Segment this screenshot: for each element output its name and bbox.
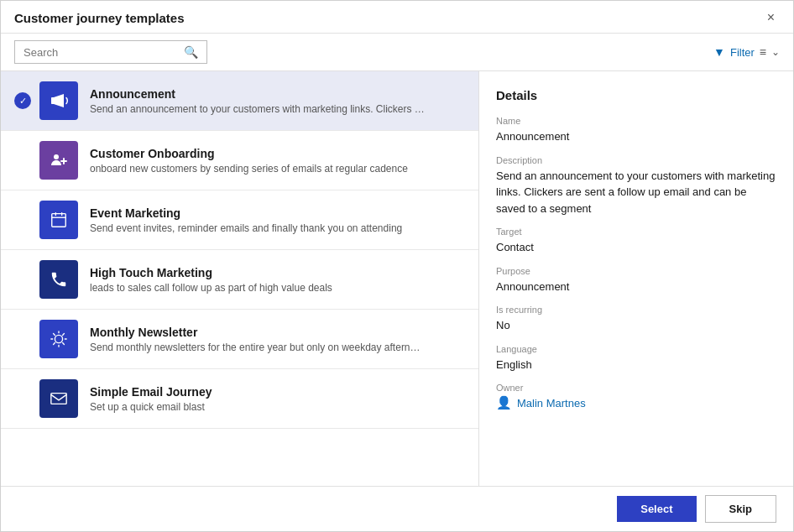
target-value: Contact (496, 239, 776, 256)
target-label: Target (496, 227, 776, 237)
item-text-email: Simple Email Journey Set up a quick emai… (90, 385, 465, 413)
content-area: ✓ Announcement Send an announcement to y… (1, 71, 793, 486)
name-value: Announcement (496, 128, 776, 145)
details-heading: Details (496, 88, 776, 102)
is-recurring-value: No (496, 317, 776, 334)
item-desc: leads to sales call follow up as part of… (90, 282, 426, 294)
name-label: Name (496, 116, 776, 126)
owner-name: Malin Martnes (517, 397, 586, 409)
item-title: Monthly Newsletter (90, 326, 465, 339)
item-desc: Send monthly newsletters for the entire … (90, 342, 426, 353)
list-item[interactable]: Customer Onboarding onboard new customer… (1, 131, 478, 190)
skip-button[interactable]: Skip (705, 495, 776, 523)
item-icon-announcement (39, 81, 78, 120)
item-icon-event (39, 201, 78, 239)
chevron-down-icon: ⌄ (771, 46, 780, 58)
search-input[interactable] (24, 46, 180, 59)
list-item[interactable]: High Touch Marketing leads to sales call… (1, 250, 478, 310)
dialog-titlebar: Customer journey templates × (1, 1, 793, 34)
dialog-title: Customer journey templates (14, 11, 185, 25)
item-title: Customer Onboarding (90, 147, 465, 160)
filter-label: Filter (730, 46, 755, 59)
svg-point-0 (54, 154, 59, 159)
item-icon-email (39, 379, 78, 418)
filter-area[interactable]: ▼ Filter ≡ ⌄ (713, 45, 780, 59)
list-item[interactable]: Event Marketing Send event invites, remi… (1, 190, 478, 250)
owner-person-icon: 👤 (496, 395, 512, 410)
item-text-announcement: Announcement Send an announcement to you… (90, 87, 465, 115)
owner-row: 👤 Malin Martnes (496, 395, 776, 410)
svg-rect-2 (51, 394, 66, 404)
item-title: High Touch Marketing (90, 266, 465, 279)
list-panel: ✓ Announcement Send an announcement to y… (1, 71, 479, 486)
item-icon-newsletter (39, 320, 78, 358)
item-desc: Send an announcement to your customers w… (90, 103, 426, 115)
close-button[interactable]: × (762, 9, 780, 26)
language-value: English (496, 357, 776, 373)
item-title: Announcement (90, 87, 465, 101)
item-desc: onboard new customers by sending series … (90, 163, 426, 175)
search-box: 🔍 (14, 40, 207, 64)
svg-rect-1 (52, 214, 66, 227)
list-item[interactable]: Simple Email Journey Set up a quick emai… (1, 369, 478, 429)
toolbar: 🔍 ▼ Filter ≡ ⌄ (1, 34, 793, 71)
list-item[interactable]: Monthly Newsletter Send monthly newslett… (1, 310, 478, 369)
owner-label: Owner (496, 383, 776, 393)
select-button[interactable]: Select (617, 496, 696, 522)
filter-icon: ▼ (713, 45, 725, 59)
description-label: Description (496, 155, 776, 165)
item-icon-hightouch (39, 260, 78, 299)
item-text-onboarding: Customer Onboarding onboard new customer… (90, 147, 465, 175)
item-title: Simple Email Journey (90, 385, 465, 399)
is-recurring-label: Is recurring (496, 305, 776, 315)
item-text-event: Event Marketing Send event invites, remi… (90, 206, 465, 234)
language-label: Language (496, 344, 776, 354)
purpose-value: Announcement (496, 279, 776, 295)
item-desc: Set up a quick email blast (90, 401, 426, 413)
search-icon: 🔍 (184, 45, 198, 59)
details-panel: Details Name Announcement Description Se… (479, 71, 793, 486)
sort-icon: ≡ (760, 45, 766, 59)
item-icon-onboarding (39, 141, 78, 180)
description-value: Send an announcement to your customers w… (496, 168, 776, 217)
customer-journey-templates-dialog: Customer journey templates × 🔍 ▼ Filter … (0, 0, 794, 532)
selected-checkmark: ✓ (14, 92, 31, 109)
item-text-newsletter: Monthly Newsletter Send monthly newslett… (90, 326, 465, 353)
item-text-hightouch: High Touch Marketing leads to sales call… (90, 266, 465, 294)
dialog-footer: Select Skip (1, 486, 793, 531)
list-item[interactable]: ✓ Announcement Send an announcement to y… (1, 71, 478, 131)
item-desc: Send event invites, reminder emails and … (90, 222, 426, 234)
purpose-label: Purpose (496, 266, 776, 276)
item-title: Event Marketing (90, 206, 465, 220)
